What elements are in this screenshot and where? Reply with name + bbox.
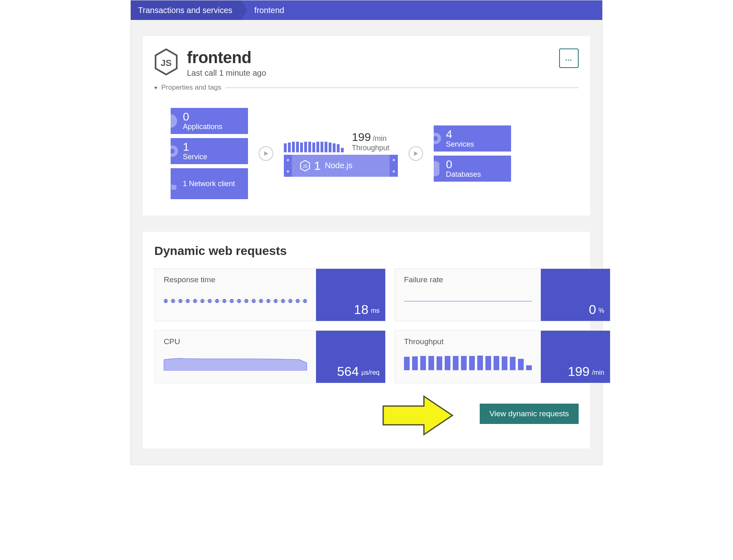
- tile-applications[interactable]: 0 Applications: [171, 108, 248, 134]
- breadcrumb-root[interactable]: Transactions and services: [131, 0, 241, 20]
- divider: [225, 88, 579, 88]
- svg-rect-5: [171, 185, 176, 190]
- properties-toggle-label: Properties and tags: [161, 83, 221, 92]
- tile-value: 1: [183, 141, 243, 153]
- gear-icon: [171, 142, 181, 160]
- tile-label: 1 Network client: [183, 180, 243, 188]
- tile-network-client[interactable]: 1 Network client: [171, 168, 248, 199]
- database-icon: [434, 160, 440, 177]
- node-tile[interactable]: JS 1 Node.js: [284, 155, 398, 177]
- tile-value: 0: [183, 111, 243, 123]
- view-dynamic-requests-button[interactable]: View dynamic requests: [480, 404, 579, 424]
- nodejs-icon: JS: [300, 160, 310, 171]
- tile-value: 4: [446, 129, 506, 140]
- svg-text:JS: JS: [161, 58, 172, 68]
- throughput-sparkline: [404, 349, 532, 376]
- metric-cpu[interactable]: CPU 564 µs/req: [154, 330, 386, 383]
- overview-card: JS frontend Last call 1 minute ago … ▾ P…: [143, 36, 590, 215]
- metric-failure-rate[interactable]: Failure rate 0 %: [395, 268, 610, 321]
- page-frame: Transactions and services frontend JS fr…: [130, 0, 603, 465]
- page-title: frontend: [187, 48, 266, 67]
- cta-label: View dynamic requests: [489, 409, 569, 418]
- chevron-down-icon: ▾: [154, 84, 157, 91]
- breadcrumb-root-label: Transactions and services: [138, 6, 233, 15]
- breadcrumb: Transactions and services frontend: [131, 0, 602, 20]
- drag-handle-icon: [390, 155, 398, 177]
- tile-label: Services: [446, 140, 506, 149]
- drag-handle-icon: [284, 155, 292, 177]
- response-time-sparkline: [164, 288, 307, 314]
- play-icon: [413, 151, 419, 156]
- metric-label: Response time: [164, 275, 307, 284]
- gear-icon: [434, 130, 444, 147]
- throughput-sparkline: [284, 142, 344, 152]
- tile-label: Databases: [446, 170, 506, 179]
- section-title: Dynamic web requests: [154, 244, 579, 258]
- throughput-label: Throughput: [352, 144, 389, 152]
- network-icon: [171, 177, 177, 191]
- throughput-unit: /min: [373, 134, 386, 143]
- tile-services[interactable]: 4 Services: [434, 125, 511, 152]
- breadcrumb-current-label: frontend: [255, 6, 284, 15]
- metric-value: 564: [337, 365, 359, 378]
- tile-value: 0: [446, 159, 506, 170]
- node-count: 1: [314, 159, 321, 173]
- metric-value: 18: [354, 303, 369, 316]
- metric-unit: %: [599, 307, 604, 314]
- throughput-value: 199: [352, 131, 371, 143]
- metric-throughput[interactable]: Throughput 199 /min: [395, 330, 610, 383]
- tile-label: Service: [183, 153, 243, 161]
- chevron-right-icon: [241, 0, 247, 20]
- dynamic-requests-card: Dynamic web requests Response time 18 ms: [143, 232, 590, 448]
- tile-databases[interactable]: 0 Databases: [434, 156, 511, 182]
- metric-unit: /min: [592, 369, 604, 376]
- flow-right-column: 4 Services 0 Databases: [434, 125, 511, 182]
- svg-text:JS: JS: [303, 164, 307, 169]
- metric-unit: µs/req: [361, 369, 380, 376]
- metric-value: 199: [568, 365, 589, 378]
- metrics-grid: Response time 18 ms Failure rate: [154, 268, 579, 383]
- service-flow: 0 Applications 1 Service 1 Network clien…: [171, 108, 579, 199]
- flow-arrow-right[interactable]: [408, 146, 423, 161]
- metric-response-time[interactable]: Response time 18 ms: [154, 268, 386, 321]
- user-icon: [171, 114, 177, 128]
- metric-label: CPU: [164, 337, 307, 346]
- more-menu-button[interactable]: …: [559, 48, 579, 68]
- svg-marker-13: [383, 396, 452, 435]
- properties-toggle[interactable]: ▾ Properties and tags: [154, 83, 579, 92]
- nodejs-icon: JS: [154, 48, 178, 75]
- metric-value: 0: [589, 303, 596, 316]
- failure-rate-sparkline: [404, 288, 532, 314]
- cpu-sparkline: [164, 349, 307, 376]
- metric-label: Failure rate: [404, 275, 532, 284]
- flow-left-column: 0 Applications 1 Service 1 Network clien…: [171, 108, 248, 199]
- metric-unit: ms: [371, 307, 380, 314]
- tile-label: Applications: [183, 123, 243, 131]
- node-name: Node.js: [325, 161, 353, 170]
- ellipsis-icon: …: [565, 54, 573, 63]
- metric-label: Throughput: [404, 337, 532, 346]
- svg-marker-9: [414, 151, 418, 156]
- play-icon: [263, 151, 269, 156]
- flow-center: 199 /min Throughput JS 1 Node.js: [284, 131, 398, 177]
- tile-service[interactable]: 1 Service: [171, 138, 248, 164]
- flow-arrow-left[interactable]: [259, 146, 273, 161]
- breadcrumb-current: frontend: [247, 0, 293, 20]
- svg-marker-6: [264, 151, 268, 156]
- last-call-subtitle: Last call 1 minute ago: [187, 68, 266, 78]
- callout-arrow-icon: [379, 393, 456, 438]
